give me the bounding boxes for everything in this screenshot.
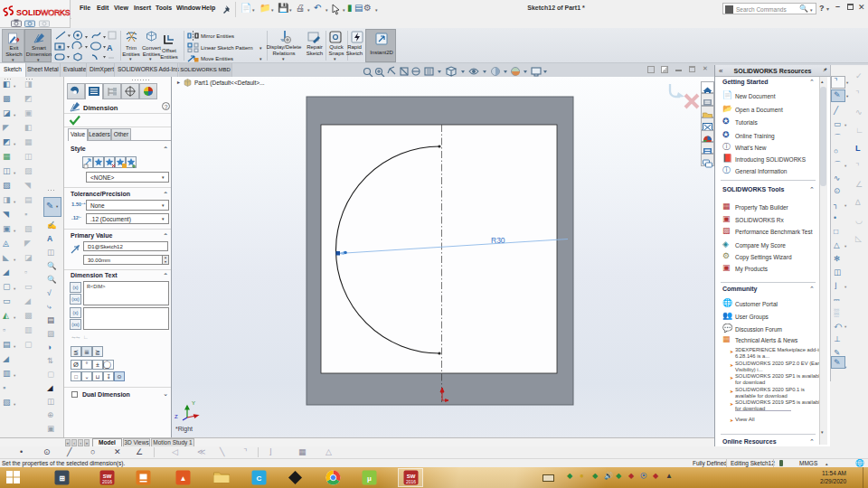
svg-text:R30: R30 — [491, 236, 505, 245]
svg-text:A: A — [107, 43, 113, 52]
svg-text:2016: 2016 — [406, 479, 416, 484]
svg-text:Y: Y — [192, 400, 195, 406]
svg-text:Z: Z — [175, 414, 178, 419]
svg-text:WORKS: WORKS — [41, 8, 71, 17]
svg-text:SOLID: SOLID — [16, 8, 42, 17]
svg-text:C: C — [257, 474, 262, 483]
svg-text:▲: ▲ — [180, 474, 187, 483]
svg-text:⊞: ⊞ — [59, 474, 65, 483]
svg-text:2016: 2016 — [102, 479, 112, 484]
svg-text:μ: μ — [367, 474, 372, 483]
